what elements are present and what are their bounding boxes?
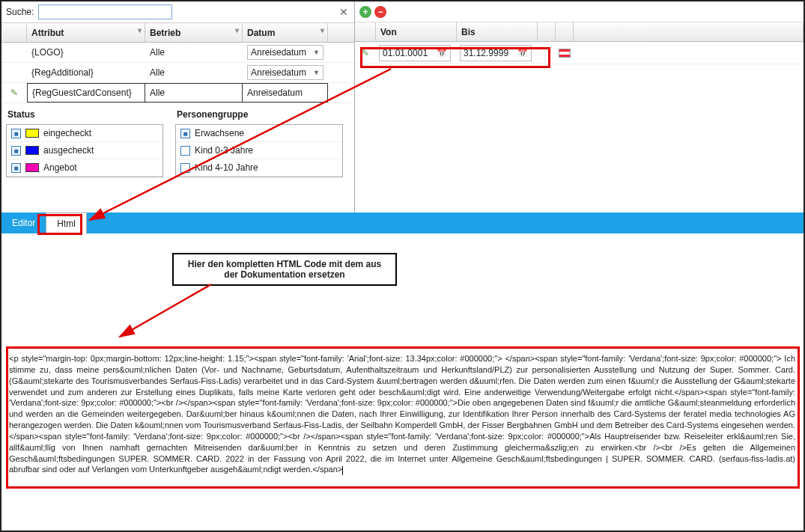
instruction-callout: Hier den kompletten HTML Code mit dem au… [172, 253, 397, 286]
col-header-betrieb[interactable]: Betrieb▾ [145, 23, 243, 42]
flag-austria-icon [559, 49, 571, 58]
von-date-input[interactable]: 01.01.0001📅 [379, 45, 451, 61]
filter-icon[interactable]: ▾ [138, 26, 142, 34]
calendar-icon[interactable]: 📅 [517, 48, 528, 58]
add-button[interactable]: + [359, 6, 371, 18]
checkbox-icon[interactable]: ■ [11, 163, 21, 173]
table-row[interactable]: {LOGO} Alle Anreisedatum▼ [1, 43, 354, 63]
date-range-row[interactable]: ✎ 01.01.0001📅 31.12.9999📅 [355, 42, 804, 64]
tab-bar: Editor Html [1, 213, 804, 233]
edit-pencil-icon: ✎ [10, 88, 18, 98]
personengruppe-title: Personengruppe [175, 106, 343, 124]
status-list: ■eingecheckt ■ausgecheckt ■Angebot [6, 124, 163, 177]
checkbox-icon[interactable]: ■ [11, 146, 21, 156]
status-item[interactable]: ■eingecheckt [7, 125, 162, 142]
personen-item[interactable]: ■Kind 4-10 Jahre [176, 159, 342, 177]
html-code-textarea[interactable]: <p style="margin-top: 0px;margin-bottom:… [9, 353, 795, 485]
bis-date-input[interactable]: 31.12.9999📅 [460, 45, 532, 61]
search-label: Suche: [6, 7, 34, 17]
table-row-selected[interactable]: ✎ {RegGuestCardConsent} Alle Anreisedatu… [1, 83, 354, 103]
personen-item[interactable]: ■Kind 0-3 Jahre [176, 142, 342, 159]
checkbox-icon[interactable]: ■ [180, 146, 190, 156]
tab-editor[interactable]: Editor [1, 213, 46, 233]
edit-pencil-icon: ✎ [362, 48, 369, 58]
col-header-datum[interactable]: Datum▾ [243, 23, 328, 42]
status-title: Status [6, 106, 163, 124]
svg-line-1 [120, 284, 211, 337]
tab-html[interactable]: Html [46, 213, 87, 233]
checkbox-icon[interactable]: ■ [180, 129, 190, 138]
personen-item[interactable]: ■Erwachsene [176, 125, 342, 142]
personengruppe-list: ■Erwachsene ■Kind 0-3 Jahre ■Kind 4-10 J… [175, 124, 343, 177]
col-header-von[interactable]: Von [376, 22, 457, 41]
calendar-icon[interactable]: 📅 [437, 48, 447, 58]
color-swatch [25, 146, 39, 155]
left-pane: Suche: ✕ Attribut▾ Betrieb▾ Datum▾ {LOGO… [1, 1, 355, 213]
color-swatch [25, 129, 39, 138]
filter-icon[interactable]: ▾ [321, 26, 324, 34]
chevron-down-icon: ▼ [313, 49, 320, 56]
status-item[interactable]: ■ausgecheckt [7, 142, 162, 159]
color-swatch [25, 163, 39, 172]
chevron-down-icon: ▼ [313, 69, 320, 76]
datum-dropdown[interactable]: Anreisedatum▼ [247, 65, 323, 80]
text-cursor [342, 466, 343, 475]
checkbox-icon[interactable]: ■ [11, 129, 21, 138]
table-row[interactable]: {RegAdditional} Alle Anreisedatum▼ [1, 63, 354, 83]
datum-dropdown[interactable]: Anreisedatum▼ [247, 45, 323, 60]
remove-button[interactable]: − [374, 6, 386, 18]
filter-icon[interactable]: ▾ [235, 26, 239, 34]
attribute-grid: Attribut▾ Betrieb▾ Datum▾ {LOGO} Alle An… [1, 22, 354, 103]
clear-search-icon[interactable]: ✕ [338, 6, 350, 18]
right-pane: + − Von Bis ✎ 01.01.0001📅 31.12.9999📅 [355, 1, 804, 213]
col-header-attribut[interactable]: Attribut▾ [27, 23, 145, 42]
checkbox-icon[interactable]: ■ [180, 163, 190, 173]
status-item[interactable]: ■Angebot [7, 159, 162, 177]
col-header-bis[interactable]: Bis [457, 22, 538, 41]
search-input[interactable] [38, 4, 172, 19]
